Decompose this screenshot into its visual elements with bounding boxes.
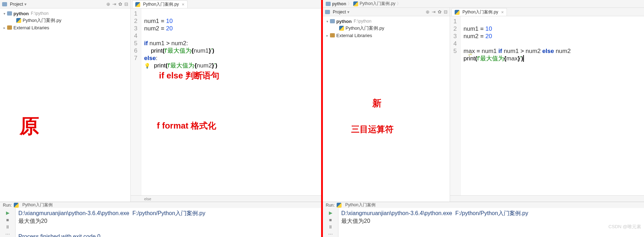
footer-context: else — [144, 197, 151, 201]
hide-icon[interactable]: ⊟ — [444, 9, 448, 14]
folder-icon — [326, 2, 331, 6]
run-label: Run: — [326, 203, 335, 208]
project-panel-left: Project ▾ ⊕ ⇥ ✿ ⊟ ▾ — [0, 0, 131, 202]
python-file-icon — [16, 18, 21, 23]
tree-file[interactable]: Python入门案例.py — [325, 25, 448, 32]
editor-left: Python入门案例.py × 1234567 num1 = 10 num2 =… — [131, 0, 321, 202]
collapse-icon[interactable]: ⇥ — [432, 9, 436, 14]
dropdown-icon[interactable]: ▾ — [24, 2, 26, 7]
left-pane: Project ▾ ⊕ ⇥ ✿ ⊟ ▾ — [0, 0, 321, 237]
tree-libs-label: External Libraries — [13, 25, 49, 30]
folder-icon — [7, 11, 12, 16]
editor-right: Python入门案例.py × 12345 num1 = 10 num2 = 2… — [450, 8, 644, 202]
tab-label: Python入门案例.py — [143, 1, 179, 7]
project-label: Project — [333, 10, 346, 14]
tree-root[interactable]: ▾ python F:\python — [325, 18, 448, 25]
tree-root-name: python — [336, 19, 351, 24]
run-panel-right: Run: Python入门案例 ▶ ■ ⏸ ⋯ D:\xiangmuruanji… — [323, 202, 644, 237]
run-output[interactable]: D:\xiangmuruanjian\python-3.6.4\python.e… — [338, 208, 644, 237]
python-file-icon — [135, 2, 140, 7]
project-tree[interactable]: ▾ python F:\python Python入门案例.py ▸ — [0, 8, 130, 202]
project-label: Project — [10, 2, 23, 7]
gutter: 1234567 — [131, 8, 141, 195]
run-pause-icon[interactable]: ⏸ — [327, 224, 334, 230]
code-editor[interactable]: 12345 num1 = 10 num2 = 20 max = num1 if … — [450, 16, 644, 195]
run-controls: ▶ ■ ⏸ ⋯ — [0, 208, 16, 237]
run-stop-icon[interactable]: ■ — [327, 217, 334, 223]
project-header: Project ▾ ⊕ ⇥ ✿ ⊟ — [0, 0, 130, 8]
run-stop-icon[interactable]: ■ — [5, 217, 11, 223]
tree-root-path: F:\python — [354, 19, 371, 24]
run-play-icon[interactable]: ▶ — [5, 209, 11, 216]
folder-icon — [330, 19, 335, 23]
tree-file-name: Python入门案例.py — [345, 25, 384, 31]
gutter: 12345 — [450, 16, 461, 195]
dropdown-icon[interactable]: ▾ — [347, 10, 349, 14]
run-output[interactable]: D:\xiangmuruanjian\python-3.6.4\python.e… — [16, 208, 321, 237]
tree-file[interactable]: Python入门案例.py — [2, 17, 128, 24]
collapse-icon[interactable]: ⇥ — [112, 1, 116, 7]
tree-libs-label: External Libraries — [336, 33, 372, 38]
tree-root-name: python — [13, 11, 29, 16]
code-content[interactable]: num1 = 10 num2 = 20 max = num1 if num1 >… — [461, 16, 644, 195]
run-header: Run: Python入门案例 — [323, 202, 644, 208]
tree-root[interactable]: ▾ python F:\python — [2, 10, 128, 17]
watermark: CSDN @唯元素 — [608, 224, 641, 230]
chevron-right-icon: 〉 — [397, 1, 401, 7]
target-icon[interactable]: ⊕ — [426, 9, 430, 14]
run-more-icon[interactable]: ⋯ — [5, 231, 11, 237]
tree-file-name: Python入门案例.py — [23, 17, 61, 24]
target-icon[interactable]: ⊕ — [106, 1, 110, 7]
editor-tab[interactable]: Python入门案例.py × — [132, 0, 188, 8]
run-script: Python入门案例 — [345, 202, 375, 208]
breadcrumb-root[interactable]: python — [332, 1, 346, 6]
editor-footer — [450, 195, 644, 202]
run-panel-left: Run: Python入门案例 ▶ ■ ⏸ ⋯ D:\xiangmuruanji… — [0, 202, 321, 237]
python-file-icon — [353, 1, 358, 6]
run-label: Run: — [3, 203, 12, 208]
gear-icon[interactable]: ✿ — [438, 9, 442, 14]
folder-icon — [325, 10, 330, 14]
run-script: Python入门案例 — [22, 202, 52, 208]
library-icon — [7, 25, 12, 30]
editor-tab[interactable]: Python入门案例.py × — [451, 8, 507, 16]
tree-libs[interactable]: ▸ External Libraries — [325, 32, 448, 39]
gear-icon[interactable]: ✿ — [118, 1, 122, 7]
editor-tabs: Python入门案例.py × — [131, 0, 321, 8]
python-file-icon — [337, 203, 342, 208]
run-header: Run: Python入门案例 — [0, 202, 321, 208]
run-controls: ▶ ■ ⏸ ⋯ — [323, 208, 338, 237]
tab-label: Python入门案例.py — [462, 9, 498, 15]
run-more-icon[interactable]: ⋯ — [327, 231, 334, 237]
tree-root-path: F:\python — [31, 11, 48, 16]
python-file-icon — [455, 10, 460, 15]
chevron-right-icon: 〉 — [348, 1, 352, 7]
run-pause-icon[interactable]: ⏸ — [5, 224, 11, 230]
project-panel-right: Project ▾ ⊕ ⇥ ✿ ⊟ ▾ — [323, 8, 450, 202]
breadcrumb: python 〉 Python入门案例.py 〉 — [323, 0, 644, 8]
folder-icon — [2, 2, 7, 6]
breadcrumb-file[interactable]: Python入门案例.py — [360, 1, 395, 7]
editor-tabs: Python入门案例.py × — [450, 8, 644, 16]
right-pane: python 〉 Python入门案例.py 〉 Project ▾ — [323, 0, 644, 237]
run-play-icon[interactable]: ▶ — [327, 209, 334, 216]
project-header: Project ▾ ⊕ ⇥ ✿ ⊟ — [323, 8, 450, 16]
tree-libs[interactable]: ▸ External Libraries — [2, 24, 128, 31]
editor-footer: else — [131, 195, 321, 202]
python-file-icon — [14, 203, 19, 208]
library-icon — [330, 33, 335, 37]
project-tree[interactable]: ▾ python F:\python Python入门案例.py ▸ — [323, 16, 450, 202]
code-content[interactable]: num1 = 10 num2 = 20 if num1 > num2: prin… — [141, 8, 321, 195]
close-icon[interactable]: × — [182, 2, 184, 7]
code-editor[interactable]: 1234567 num1 = 10 num2 = 20 if num1 > nu… — [131, 8, 321, 195]
hide-icon[interactable]: ⊟ — [124, 1, 128, 7]
python-file-icon — [339, 26, 344, 31]
close-icon[interactable]: × — [501, 10, 504, 15]
